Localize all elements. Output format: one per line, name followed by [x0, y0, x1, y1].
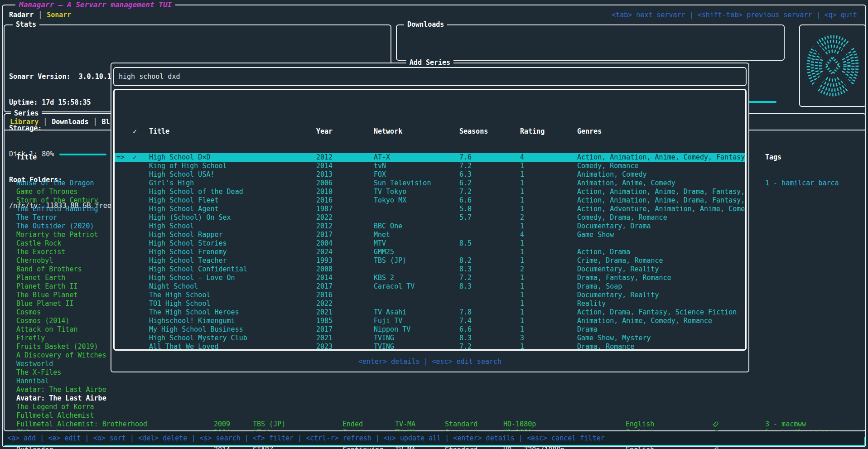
tab-downloads[interactable]: Downloads	[52, 118, 88, 126]
add-series-result-row[interactable]: High School Confidential20088.32Document…	[115, 265, 745, 274]
series-tab-separator: │	[89, 118, 102, 126]
results-header-rating: Rating	[520, 127, 577, 136]
results-header-seasons: Seasons	[459, 127, 520, 136]
series-tab-separator: │	[39, 118, 52, 126]
add-series-result-row[interactable]: The High School Heroes2021TV Asahi7.81Ac…	[115, 308, 745, 317]
series-row[interactable]: Outlander2014STARZContinuingTV-MAStandar…	[5, 446, 865, 449]
tag-icon	[713, 421, 719, 427]
downloads-panel-title: Downloads	[404, 20, 447, 29]
add-series-result-row[interactable]: High School Frenemy2024GMM251Action, Dra…	[115, 248, 745, 256]
add-series-result-row[interactable]: King of High School2014tvN7.21Comedy, Ro…	[115, 162, 745, 170]
add-series-result-row[interactable]: High (School) On Sex20225.72Comedy, Dram…	[115, 213, 745, 222]
results-header-genres: Genres	[577, 127, 602, 136]
add-series-result-row[interactable]: The High School20161Documentary, Reality	[115, 291, 745, 299]
series-row[interactable]: Fullmetal Alchemist: Brotherhood2009TBS …	[5, 420, 865, 429]
add-series-result-row[interactable]: My High School Business2017Nippon TV6.61…	[115, 325, 745, 334]
series-row[interactable]: The Legend of Korra	[5, 403, 865, 411]
add-series-result-row[interactable]: Night School2017Caracol TV8.31Drama, Soa…	[115, 282, 745, 291]
downloads-panel: Downloads American.Dad.S20E07.1080p.WEBR…	[396, 24, 785, 61]
results-header-network: Network	[374, 127, 459, 136]
add-series-result-row[interactable]: Girl's High2006Sun Television6.21Animati…	[115, 179, 745, 188]
tab-separator: │	[34, 11, 47, 19]
add-series-keybind-hints: <enter> details | <esc> edit search	[111, 357, 748, 366]
results-header-year: Year	[316, 127, 374, 136]
add-series-search-input[interactable]	[114, 68, 746, 85]
series-panel-title: Series	[11, 109, 42, 117]
tab-blocklist[interactable]: Bl	[102, 118, 110, 126]
series-row[interactable]: Fullmetal Alchemist	[5, 411, 865, 420]
add-series-popup: Add Series ✓ Title Year Network Seasons …	[111, 63, 749, 372]
bottom-keybind-bar: <a> add | <e> edit | <o> sort | <del> de…	[4, 431, 864, 445]
results-header-title: Title	[149, 127, 316, 136]
add-series-result-row[interactable]: TO1 High School20221Reality	[115, 299, 745, 308]
results-header: ✓ Title Year Network Seasons Rating Genr…	[115, 127, 745, 136]
top-keybind-hints: <tab> next servarr | <shift-tab> previou…	[612, 10, 857, 19]
tab-radarr[interactable]: Radarr	[9, 11, 34, 19]
add-series-title: Add Series	[406, 58, 453, 67]
results-header-check: ✓	[130, 127, 149, 136]
add-series-result-row[interactable]: All That We Loved2023TVING7.21Drama, Rom…	[115, 343, 745, 351]
add-series-result-row[interactable]: Highschool! Kimengumi1985Fuji TV7.41Anim…	[115, 317, 745, 325]
add-series-result-row[interactable]: High School Mystery Club2021TVING8.33Gam…	[115, 334, 745, 343]
series-row[interactable]: Avatar: The Last Airbe	[5, 386, 865, 394]
results-rows: =>✓High School D×D2012AT-X7.64Action, An…	[115, 153, 745, 351]
add-series-result-row[interactable]: High School Rapper2017Mnet4Game Show	[115, 231, 745, 239]
add-series-result-row[interactable]: High School Agent19875.01Action, Adventu…	[115, 205, 745, 213]
tag-icon	[713, 447, 719, 449]
add-series-result-row[interactable]: High School USA!2013FOX6.31Animation, Co…	[115, 170, 745, 179]
series-row[interactable]: Hannibal	[5, 377, 865, 386]
add-series-result-row[interactable]: High School Teacher1993TBS (JP)8.21Crime…	[115, 256, 745, 265]
series-tabbar: Library│Downloads│Bl	[10, 117, 110, 126]
add-series-result-row[interactable]: =>✓High School D×D2012AT-X7.64Action, An…	[115, 153, 745, 162]
app-title: Managarr – A Servarr management TUI	[15, 0, 175, 9]
managarr-terminal: Managarr – A Servarr management TUI Rada…	[0, 0, 868, 449]
series-header-tags: Tags	[765, 153, 781, 162]
servarr-tabbar: Radarr│Sonarr	[9, 10, 71, 19]
series-row[interactable]: Avatar: The Last Airbe	[5, 394, 865, 403]
tab-sonarr[interactable]: Sonarr	[47, 11, 71, 19]
stats-panel-title: Stats	[13, 20, 39, 29]
managarr-logo-box	[799, 24, 866, 107]
tab-library[interactable]: Library	[10, 118, 39, 126]
add-series-result-row[interactable]: High School2012BBC One1Documentary, Dram…	[115, 222, 745, 231]
add-series-result-row[interactable]: High School of the Dead2010TV Tokyo7.21A…	[115, 188, 745, 196]
managarr-logo-icon	[804, 30, 861, 101]
add-series-result-row[interactable]: High School Fleet2016Tokyo MX6.61Action,…	[115, 196, 745, 205]
add-series-result-row[interactable]: High School – Love On2014KBS 27.21Drama,…	[115, 274, 745, 282]
add-series-results-box: ✓ Title Year Network Seasons Rating Genr…	[113, 89, 747, 351]
add-series-result-row[interactable]: High School Stories2004MTV8.51	[115, 239, 745, 248]
add-series-search-box	[113, 67, 747, 86]
